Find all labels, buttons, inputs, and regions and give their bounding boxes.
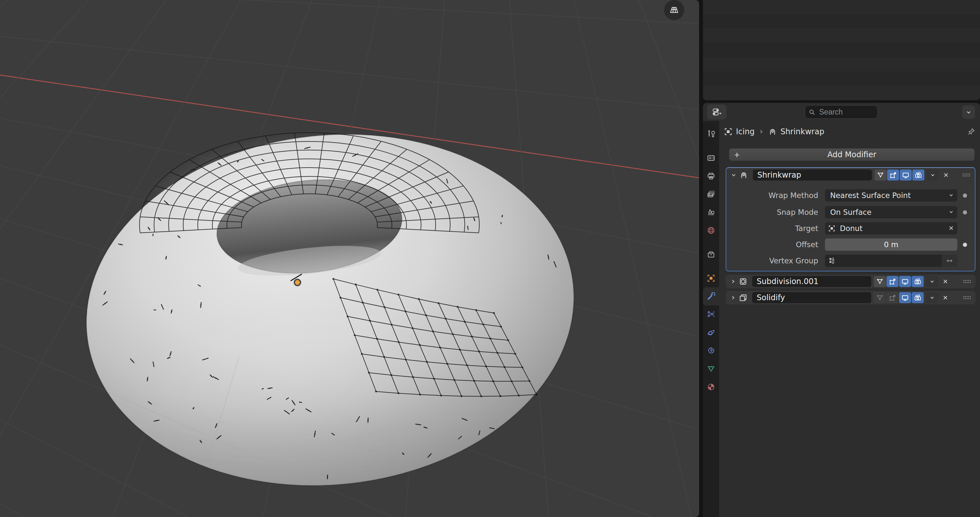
breadcrumb-modifier[interactable]: Shrinkwrap — [780, 127, 824, 136]
tab-object-data[interactable] — [703, 360, 719, 378]
object-icon — [724, 127, 733, 136]
drag-handle[interactable] — [963, 278, 972, 285]
field-label: Vertex Group — [726, 255, 818, 267]
toggle-render[interactable] — [912, 170, 924, 181]
offset-number-field[interactable]: 0 m — [825, 239, 957, 251]
modifier-delete-button[interactable] — [940, 170, 951, 181]
viewport-scene — [0, 0, 699, 517]
wrap-method-dropdown[interactable]: Nearest Surface Point — [825, 189, 957, 202]
modifier-delete-button[interactable] — [940, 276, 951, 287]
modifier-name-field[interactable]: Subdivision.001 — [752, 276, 871, 287]
invert-vertex-group-button[interactable] — [942, 255, 957, 267]
vertex-group-row: Vertex Group — [726, 255, 975, 267]
snap-mode-dropdown[interactable]: On Surface — [825, 206, 957, 218]
toggle-edit-mode[interactable] — [887, 170, 899, 181]
wrench-icon — [706, 292, 716, 301]
toggle-on-cage[interactable] — [874, 292, 886, 303]
material-sphere-icon — [706, 382, 716, 391]
vertex-group-icon — [828, 257, 836, 265]
tab-view-layer[interactable] — [703, 185, 719, 203]
perspective-grid-icon — [668, 4, 680, 16]
scene-icon — [706, 208, 716, 217]
toggle-realtime[interactable] — [899, 276, 911, 287]
outliner-panel[interactable] — [703, 0, 980, 100]
animate-decorator[interactable] — [963, 210, 967, 215]
breadcrumb-object[interactable]: Icing — [736, 127, 754, 136]
editor-type-button[interactable] — [707, 105, 727, 119]
tab-particles[interactable] — [703, 305, 719, 323]
pin-icon[interactable] — [967, 127, 975, 136]
shrinkwrap-icon — [768, 127, 777, 136]
object-icon — [706, 274, 716, 283]
modifier-name-field[interactable]: Shrinkwrap — [753, 170, 872, 181]
shrinkwrap-icon — [739, 170, 748, 180]
target-object-field[interactable]: Donut — [825, 222, 957, 235]
close-icon — [942, 278, 949, 285]
modifier-extras-button[interactable] — [926, 170, 939, 181]
tab-scene[interactable] — [703, 203, 719, 221]
header-options-button[interactable] — [962, 105, 975, 119]
tab-collection[interactable] — [703, 245, 719, 263]
toggle-edit-mode[interactable] — [886, 292, 899, 303]
tab-constraints[interactable] — [703, 342, 719, 360]
chevron-right-icon — [758, 128, 765, 135]
perspective-toggle-button[interactable] — [664, 0, 684, 20]
tab-world[interactable] — [703, 221, 719, 239]
add-modifier-button[interactable]: Add Modifier — [729, 148, 975, 161]
expand-chevron-icon[interactable] — [730, 294, 737, 301]
chevron-down-icon — [948, 209, 955, 215]
modifier-extras-button[interactable] — [926, 292, 939, 303]
toggle-on-cage[interactable] — [874, 276, 886, 287]
toggle-on-cage[interactable] — [875, 170, 886, 181]
tab-modifiers[interactable] — [703, 287, 719, 305]
modifier-header: Shrinkwrap — [726, 168, 975, 182]
vertex-group-field[interactable] — [825, 255, 957, 267]
tab-output[interactable] — [703, 167, 719, 185]
object-icon — [828, 224, 836, 232]
expand-chevron-icon[interactable] — [730, 172, 737, 178]
monitor-icon — [901, 278, 909, 286]
subdivision-icon — [738, 277, 748, 286]
animate-decorator[interactable] — [963, 243, 967, 247]
modifier-delete-button[interactable] — [940, 292, 951, 303]
add-modifier-label: Add Modifier — [827, 150, 876, 159]
target-object-name: Donut — [840, 222, 862, 235]
donut-mesh — [69, 111, 592, 509]
toggle-realtime[interactable] — [899, 292, 911, 303]
chevron-down-icon — [948, 192, 955, 198]
properties-tab-strip — [703, 121, 719, 517]
animate-decorator[interactable] — [963, 194, 967, 198]
blender-window: Icing Shrinkwrap Add Modifier Shrinkwrap — [0, 0, 980, 517]
modifier-panel-shrinkwrap: Shrinkwrap Wrap Method Nearest Surface P… — [725, 167, 975, 272]
3d-viewport[interactable] — [0, 0, 699, 517]
expand-chevron-icon[interactable] — [730, 278, 737, 285]
tab-tool[interactable] — [703, 125, 719, 143]
clear-target-button[interactable] — [948, 224, 955, 232]
field-label: Offset — [726, 239, 818, 251]
properties-editor-icon — [712, 107, 722, 117]
modifier-extras-button[interactable] — [926, 276, 939, 287]
modifier-name-field[interactable]: Solidify — [752, 292, 871, 303]
tab-object[interactable] — [703, 269, 719, 287]
chevron-down-icon — [965, 109, 972, 116]
toggle-edit-mode[interactable] — [886, 276, 899, 287]
drag-handle[interactable] — [962, 172, 971, 178]
tab-physics[interactable] — [703, 323, 719, 342]
tab-material[interactable] — [703, 378, 719, 396]
drag-handle[interactable] — [963, 294, 972, 301]
tab-render[interactable] — [703, 149, 719, 167]
toggle-render[interactable] — [912, 292, 924, 303]
display-toggle-cluster — [875, 170, 924, 181]
camera-icon — [914, 171, 923, 179]
close-icon — [942, 172, 950, 178]
edit-mode-icon — [888, 278, 897, 286]
offset-row: Offset 0 m — [726, 239, 975, 251]
world-globe-icon — [706, 226, 716, 235]
monitor-icon — [902, 171, 910, 179]
toggle-render[interactable] — [912, 276, 924, 287]
toggle-realtime[interactable] — [900, 170, 912, 181]
printer-icon — [706, 172, 716, 181]
layers-icon — [706, 189, 716, 199]
particles-icon — [706, 310, 716, 319]
collection-box-icon — [706, 250, 716, 259]
